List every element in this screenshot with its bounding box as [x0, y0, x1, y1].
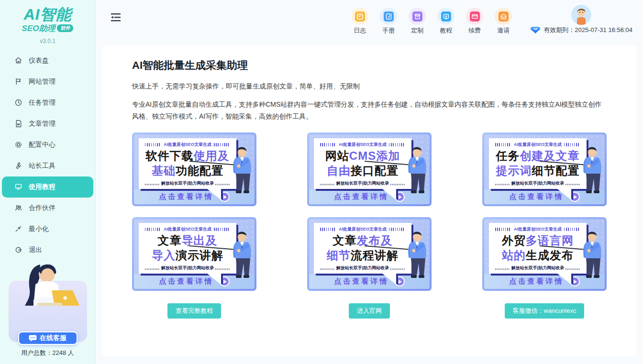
tick-decoration: ,,,,,,,,, [145, 265, 160, 270]
partners-icon [14, 204, 22, 212]
tutorial-icon [14, 183, 22, 191]
sidebar-item-label: 站长工具 [29, 162, 55, 170]
sidebar: AI智能 SEO助理 软件 v3.0.1 仪表盘 网站管理 任务管理 文章管 [0, 0, 96, 364]
user-avatar[interactable] [571, 5, 591, 25]
sidebar-item-config[interactable]: 配置中心 [0, 134, 95, 155]
online-support-button[interactable]: 在线客服 [18, 331, 78, 345]
header-action-manual[interactable]: 手册 [380, 5, 397, 35]
dash-strip-icon [495, 228, 511, 231]
page-subtitle: 快速上手，无需学习复杂操作，即可批量生成原创文章，简单、好用、无限制 [132, 82, 607, 91]
sidebar-item-label: 使用教程 [29, 183, 55, 191]
config-icon [14, 141, 22, 149]
tutorial-card-publish-flow[interactable]: 点击查看详情 AI批量原创SEO文章生成 文章发布及 细节流程讲解 ,,,,,,… [307, 217, 432, 291]
header-action-label: 教程 [440, 26, 452, 35]
user-count: 用户总数：2248 人 [0, 349, 95, 357]
tutorial-card-cms-api[interactable]: 点击查看详情 AI批量原创SEO文章生成 网站CMS添加 自由接口配置 ,,,,… [307, 132, 432, 206]
tick-decoration: ,,,,,,,,, [495, 181, 510, 186]
goto-official-site-button[interactable]: 进入官网 [349, 303, 390, 319]
minimize-icon [14, 225, 22, 233]
tick-decoration: ,,,,,,,,, [320, 181, 335, 186]
tutorial-card-import-export[interactable]: 点击查看详情 AI批量原创SEO文章生成 文章导出及 导入演示讲解 ,,,,,,… [132, 217, 256, 291]
app-logo: AI智能 SEO助理 软件 [0, 0, 95, 34]
header-actions: 日志 手册 定制 [351, 5, 632, 35]
collapse-menu-icon [111, 13, 121, 22]
logout-icon [14, 246, 22, 254]
invite-icon [499, 11, 509, 22]
header-action-label: 邀请 [497, 26, 510, 35]
tutorial-card-inner: 点击查看详情 AI批量原创SEO文章生成 任务创建及文章 提示词细节配置 ,,,… [484, 134, 605, 204]
sidebar-item-webmaster-tools[interactable]: 站长工具 [0, 155, 95, 176]
sidebar-item-label: 最小化 [29, 225, 49, 233]
sidebar-item-tutorials[interactable]: 使用教程 [2, 176, 93, 198]
header-action-label: 续费 [468, 26, 481, 35]
dash-strip-icon [145, 228, 161, 231]
header-action-label: 日志 [354, 26, 366, 35]
tick-decoration: ,,,,,,,,, [495, 265, 510, 270]
online-support-label: 在线客服 [40, 334, 67, 342]
app-version: v3.0.1 [0, 38, 95, 44]
tutorial-card-inner: 点击查看详情 AI批量原创SEO文章生成 外贸多语言网 站的生成发布 ,,,,,… [484, 219, 605, 289]
page-description: 专业AI原创文章批量自动生成工具，支持多种CMS站群内容一键式管理分发，支持多任… [132, 99, 607, 122]
dashboard-icon [14, 56, 22, 65]
article-icon [14, 120, 22, 128]
tutorial-card-software-setup[interactable]: 点击查看详情 AI批量原创SEO文章生成 软件下载使用及 基础功能配置 ,,,,… [132, 132, 256, 206]
header-action-invite[interactable]: 邀请 [495, 5, 512, 35]
dash-strip-icon [495, 143, 511, 146]
header-action-custom[interactable]: 定制 [409, 5, 426, 35]
header-action-course[interactable]: 教程 [437, 5, 455, 35]
header-action-log[interactable]: 日志 [351, 5, 368, 35]
header-action-renew[interactable]: 续费 [466, 5, 483, 35]
custom-icon [412, 11, 422, 22]
sidebar-item-minimize[interactable]: 最小化 [0, 219, 95, 240]
main-area: 日志 手册 定制 [96, 0, 643, 364]
tools-icon [14, 162, 22, 170]
logo-line2: SEO助理 [22, 23, 55, 34]
sidebar-item-websites[interactable]: 网站管理 [0, 71, 95, 92]
sidebar-item-label: 文章管理 [29, 120, 55, 128]
tick-decoration: ,,,,,,,,, [320, 265, 335, 270]
manual-icon [384, 11, 394, 22]
tutorial-card-task-prompts[interactable]: 点击查看详情 AI批量原创SEO文章生成 任务创建及文章 提示词细节配置 ,,,… [482, 132, 607, 206]
support-wechat-button[interactable]: 客服微信：wancunlexc [505, 303, 585, 319]
page-title: AI智能批量生成采集助理 [132, 58, 607, 73]
sidebar-item-label: 退出 [29, 246, 42, 254]
footer-buttons-row: 查看完整教程 进入官网 客服微信：wancunlexc [132, 303, 607, 319]
woman-laptop-illustration [12, 256, 84, 328]
app-window: AI智能 SEO助理 软件 v3.0.1 仪表盘 网站管理 任务管理 文章管 [0, 0, 643, 364]
task-icon [14, 99, 22, 107]
sidebar-item-tasks[interactable]: 任务管理 [0, 92, 95, 113]
sidebar-menu: 仪表盘 网站管理 任务管理 文章管理 配置中心 站长工具 [0, 50, 95, 261]
renew-icon [470, 11, 480, 22]
vip-expiry-text: 有效期到：2025-07-31 16:56:04 [543, 26, 632, 34]
sidebar-item-partners[interactable]: 合作伙伴 [0, 198, 95, 219]
logo-badge: 软件 [57, 24, 73, 32]
sidebar-item-articles[interactable]: 文章管理 [0, 113, 95, 134]
tutorial-card-multilang-site[interactable]: 点击查看详情 AI批量原创SEO文章生成 外贸多语言网 站的生成发布 ,,,,,… [482, 217, 607, 291]
tutorial-card-inner: 点击查看详情 AI批量原创SEO文章生成 软件下载使用及 基础功能配置 ,,,,… [134, 134, 255, 204]
sidebar-item-label: 配置中心 [29, 141, 55, 149]
top-header: 日志 手册 定制 [96, 0, 643, 42]
vip-status: VIP 有效期到：2025-07-31 16:56:04 [530, 26, 632, 34]
log-icon [355, 11, 365, 22]
tutorial-card-inner: 点击查看详情 AI批量原创SEO文章生成 文章发布及 细节流程讲解 ,,,,,,… [309, 219, 430, 289]
sidebar-item-dashboard[interactable]: 仪表盘 [0, 50, 95, 71]
profile-area: VIP 有效期到：2025-07-31 16:56:04 [530, 5, 632, 34]
sidebar-collapse-button[interactable] [111, 13, 121, 23]
chat-icon [29, 335, 37, 342]
sidebar-item-label: 网站管理 [29, 77, 55, 86]
content-panel: AI智能批量生成采集助理 快速上手，无需学习复杂操作，即可批量生成原创文章，简单… [102, 46, 636, 356]
dash-strip-icon [145, 143, 161, 146]
dash-strip-icon [320, 143, 336, 146]
sidebar-item-label: 任务管理 [29, 99, 55, 107]
tutorial-card-inner: 点击查看详情 AI批量原创SEO文章生成 网站CMS添加 自由接口配置 ,,,,… [309, 134, 430, 204]
view-full-tutorial-button[interactable]: 查看完整教程 [167, 303, 221, 319]
tutorial-cards-grid: 点击查看详情 AI批量原创SEO文章生成 软件下载使用及 基础功能配置 ,,,,… [132, 132, 607, 291]
tick-decoration: ,,,,,,,,, [145, 181, 160, 186]
vip-badge-icon: VIP [530, 26, 541, 34]
svg-text:VIP: VIP [533, 28, 538, 31]
sidebar-item-label: 合作伙伴 [29, 204, 55, 212]
sidebar-item-label: 仪表盘 [29, 56, 49, 65]
header-action-label: 定制 [411, 26, 423, 35]
sidebar-footer: 在线客服 用户总数：2248 人 [0, 281, 95, 357]
course-icon [441, 11, 451, 22]
